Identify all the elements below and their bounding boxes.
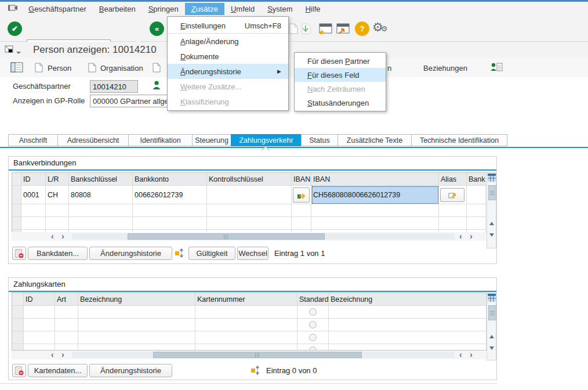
submenu-item-fuer-diesen-partner[interactable]: Für diesen Partner <box>295 54 386 68</box>
table-settings-icon[interactable] <box>488 174 496 183</box>
submenu-item-fuer-dieses-feld[interactable]: Für dieses Feld <box>295 68 386 82</box>
gos-menu-icon[interactable] <box>5 45 22 57</box>
cards-hscroll-track[interactable] <box>72 352 455 358</box>
cards-col-kartennummer[interactable]: Kartennummer <box>195 293 297 306</box>
partner-field[interactable]: 10014210 <box>90 80 138 93</box>
scroll-up-icon[interactable] <box>489 335 494 338</box>
tab-steuerung[interactable]: Steuerung <box>192 134 231 146</box>
customize-icon[interactable]: ⚙⚙ <box>372 20 387 34</box>
help-icon[interactable]: ? <box>355 21 369 36</box>
menu-zusaetze[interactable]: Zusätze <box>185 3 224 15</box>
cards-col-bezeichnung[interactable]: Bezeichnung <box>78 293 195 306</box>
page-icon[interactable] <box>289 23 298 36</box>
bank-hscroll-track[interactable] <box>72 233 455 240</box>
scroll-entries-icon[interactable] <box>174 247 186 261</box>
submenu-item-statusaenderungen[interactable]: Statusänderungen <box>295 96 386 110</box>
bank-col-alias[interactable]: Alias <box>439 173 467 186</box>
delete-card-row-button[interactable] <box>12 364 26 377</box>
bank-row-selector[interactable] <box>12 204 21 217</box>
cards-aenderungshistorie-button[interactable]: Änderungshistorie <box>89 364 172 377</box>
scroll-down-icon[interactable] <box>489 233 494 237</box>
cards-hscroll-thumb[interactable] <box>153 352 362 358</box>
bank-cell-iban[interactable]: CH5680808006626012739 <box>311 186 439 204</box>
menu-item-anlage-aenderung[interactable]: Anlage/Änderung <box>168 34 288 49</box>
menu-hilfe[interactable]: Hilfe <box>299 3 326 15</box>
bank-aenderungshistorie-button[interactable]: Änderungshistorie <box>89 247 172 260</box>
scroll-left-icon[interactable]: ‹ <box>459 351 462 358</box>
scroll-right-icon[interactable]: › <box>470 351 473 358</box>
cards-vscrollbar[interactable] <box>487 292 496 360</box>
bank-col-lr[interactable]: L/R <box>46 173 69 186</box>
standard-radio[interactable] <box>309 334 317 341</box>
bank-vscroll-thumb[interactable] <box>488 185 496 200</box>
table-settings-icon[interactable] <box>488 294 496 304</box>
back-icon[interactable]: « <box>150 21 164 36</box>
cards-col-bezeichnung2[interactable]: Bezeichnung <box>329 293 487 306</box>
tab-zusaetzliche-texte[interactable]: Zusätzliche Texte <box>337 134 412 146</box>
cards-hscrollbar[interactable]: ‹ › ‹ › <box>12 351 486 359</box>
enter-icon[interactable]: ✔ <box>8 21 22 36</box>
menu-item-aenderungshistorie[interactable]: Änderungshistorie ▶ <box>168 64 288 79</box>
bankdaten-button[interactable]: Bankdaten... <box>28 247 88 260</box>
scroll-entries-icon[interactable] <box>250 364 262 378</box>
menu-system[interactable]: System <box>261 3 299 15</box>
kartendaten-button[interactable]: Kartendaten... <box>28 364 88 377</box>
create-shortcut-icon[interactable] <box>335 23 350 37</box>
page-down-icon[interactable] <box>300 23 311 37</box>
cards-col-art[interactable]: Art <box>55 293 78 306</box>
cards-vscroll-thumb[interactable] <box>488 305 496 320</box>
alias-open-icon[interactable] <box>440 188 464 202</box>
cards-col-standard[interactable]: Standard <box>297 293 329 306</box>
bank-col-iban[interactable]: IBAN <box>311 173 439 186</box>
cards-header-select-all[interactable] <box>12 293 24 306</box>
tab-zahlungsverkehr[interactable]: Zahlungsverkehr <box>231 134 302 146</box>
standard-radio[interactable] <box>309 321 317 328</box>
tab-technische-identifikation[interactable]: Technische Identifikation <box>411 134 507 146</box>
tab-anschrift[interactable]: Anschrift <box>8 134 58 146</box>
new-session-icon[interactable]: ★ <box>318 23 333 37</box>
menu-geschaeftspartner[interactable]: Geschäftspartner <box>22 3 93 15</box>
create-group-page-icon[interactable] <box>153 63 161 74</box>
cards-row-selector[interactable] <box>12 319 24 331</box>
person-button[interactable]: Person <box>48 64 71 73</box>
bank-col-bank[interactable]: Bank <box>467 173 486 186</box>
organisation-button[interactable]: Organisation <box>100 64 143 73</box>
standard-radio[interactable] <box>309 308 317 316</box>
tab-adressuebersicht[interactable]: Adressübersicht <box>57 134 129 146</box>
bank-col-iban-icon[interactable]: IBAN <box>292 173 311 186</box>
bank-row-selector[interactable] <box>12 217 21 230</box>
tab-identifikation[interactable]: Identifikation <box>128 134 193 146</box>
hidden-button-fragment[interactable]: n <box>387 64 391 73</box>
bank-hscroll-thumb[interactable] <box>128 233 325 240</box>
standard-radio[interactable] <box>309 346 317 351</box>
scroll-right-icon[interactable]: › <box>470 233 473 240</box>
menu-item-einstellungen[interactable]: Einstellungen Umsch+F8 <box>168 18 288 33</box>
cards-col-id[interactable]: ID <box>24 293 55 306</box>
scroll-left-icon[interactable]: ‹ <box>51 233 54 240</box>
bank-col-kontrollschluessel[interactable]: Kontrollschlüssel <box>207 173 292 186</box>
scroll-down-icon[interactable] <box>489 346 494 350</box>
scroll-left-icon[interactable]: ‹ <box>51 351 54 358</box>
cards-row-selector[interactable] <box>12 306 24 319</box>
menu-bearbeiten[interactable]: Bearbeiten <box>93 3 142 15</box>
wechsel-button[interactable]: Wechsel <box>237 247 268 260</box>
bank-vscrollbar[interactable] <box>487 172 496 248</box>
locator-icon[interactable] <box>10 62 23 74</box>
bank-header-select-all[interactable] <box>12 173 21 186</box>
scroll-up-icon[interactable] <box>489 222 494 225</box>
menu-springen[interactable]: Springen <box>142 3 185 15</box>
bank-col-bankschluessel[interactable]: Bankschlüssel <box>69 173 133 186</box>
menu-umfeld[interactable]: Umfeld <box>224 3 261 15</box>
bank-col-id[interactable]: ID <box>21 173 46 186</box>
bank-row-selector[interactable] <box>12 186 21 204</box>
gueltigkeit-button[interactable]: Gültigkeit <box>188 247 235 260</box>
cards-row-selector[interactable] <box>12 344 24 351</box>
beziehungen-button[interactable]: Beziehungen <box>423 64 467 73</box>
switch-partner-icon[interactable] <box>490 62 503 75</box>
bank-hscrollbar[interactable]: ‹ › ‹ › <box>12 232 486 241</box>
tab-status[interactable]: Status <box>301 134 338 146</box>
bank-col-bankkonto[interactable]: Bankkonto <box>133 173 207 186</box>
scroll-right-icon[interactable]: › <box>61 233 64 240</box>
iban-detail-icon[interactable] <box>293 187 310 203</box>
menu-item-dokumente[interactable]: Dokumente <box>168 49 288 64</box>
